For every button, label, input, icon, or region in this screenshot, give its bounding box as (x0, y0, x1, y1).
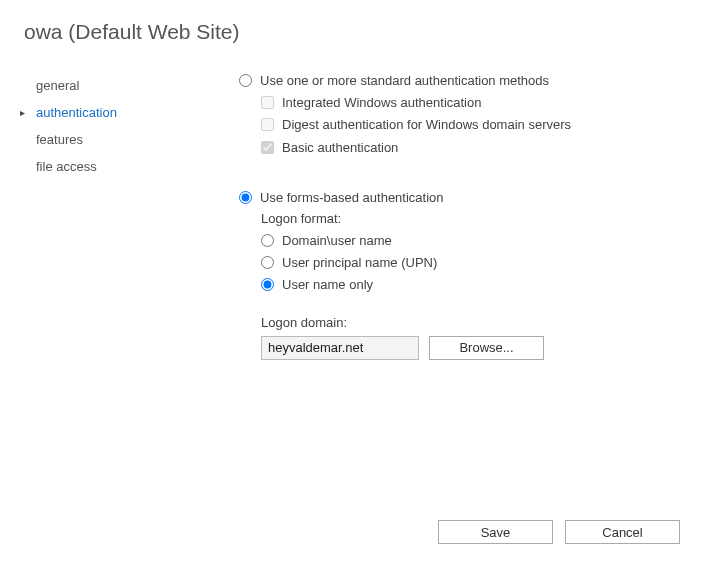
browse-button[interactable]: Browse... (429, 336, 544, 360)
standard-auth-label: Use one or more standard authentication … (260, 72, 549, 90)
sidebar-item-label: file access (36, 159, 97, 174)
sidebar: general ▸ authentication features file a… (24, 72, 199, 360)
sidebar-item-authentication[interactable]: ▸ authentication (24, 99, 199, 126)
standard-auth-radio[interactable] (239, 74, 252, 87)
logon-domain-input[interactable] (261, 336, 419, 360)
sidebar-item-label: general (36, 78, 79, 93)
sidebar-item-general[interactable]: general (24, 72, 199, 99)
integrated-windows-label: Integrated Windows authentication (282, 94, 481, 112)
forms-auth-radio[interactable] (239, 191, 252, 204)
username-only-radio[interactable] (261, 278, 274, 291)
logon-domain-label: Logon domain: (239, 315, 686, 330)
username-only-label: User name only (282, 276, 373, 294)
sidebar-item-features[interactable]: features (24, 126, 199, 153)
domain-username-label: Domain\user name (282, 232, 392, 250)
domain-username-radio[interactable] (261, 234, 274, 247)
forms-auth-label: Use forms-based authentication (260, 189, 444, 207)
cancel-button[interactable]: Cancel (565, 520, 680, 544)
basic-auth-label: Basic authentication (282, 139, 398, 157)
sidebar-item-label: features (36, 132, 83, 147)
upn-radio[interactable] (261, 256, 274, 269)
integrated-windows-checkbox[interactable] (261, 96, 274, 109)
save-button[interactable]: Save (438, 520, 553, 544)
sidebar-item-label: authentication (36, 105, 117, 120)
logon-format-label: Logon format: (239, 211, 686, 226)
basic-auth-checkbox[interactable] (261, 141, 274, 154)
main-panel: Use one or more standard authentication … (199, 72, 686, 360)
digest-auth-checkbox[interactable] (261, 118, 274, 131)
caret-right-icon: ▸ (20, 107, 25, 118)
upn-label: User principal name (UPN) (282, 254, 437, 272)
footer: Save Cancel (438, 520, 680, 544)
sidebar-item-file-access[interactable]: file access (24, 153, 199, 180)
digest-auth-label: Digest authentication for Windows domain… (282, 116, 571, 134)
page-title: owa (Default Web Site) (24, 20, 686, 44)
